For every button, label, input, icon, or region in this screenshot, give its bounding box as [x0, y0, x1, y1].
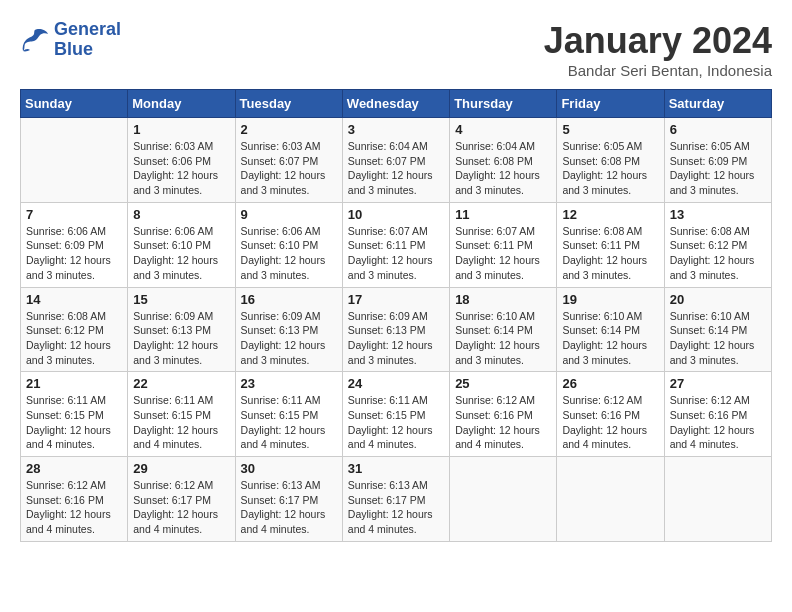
calendar-cell: 16Sunrise: 6:09 AMSunset: 6:13 PMDayligh…	[235, 287, 342, 372]
calendar-cell: 28Sunrise: 6:12 AMSunset: 6:16 PMDayligh…	[21, 457, 128, 542]
logo-text: General Blue	[54, 20, 121, 60]
day-number: 12	[562, 207, 658, 222]
day-info: Sunrise: 6:03 AMSunset: 6:06 PMDaylight:…	[133, 139, 229, 198]
day-info: Sunrise: 6:03 AMSunset: 6:07 PMDaylight:…	[241, 139, 337, 198]
location-subtitle: Bandar Seri Bentan, Indonesia	[544, 62, 772, 79]
calendar-cell: 5Sunrise: 6:05 AMSunset: 6:08 PMDaylight…	[557, 118, 664, 203]
day-number: 9	[241, 207, 337, 222]
calendar-cell: 20Sunrise: 6:10 AMSunset: 6:14 PMDayligh…	[664, 287, 771, 372]
calendar-header-row: SundayMondayTuesdayWednesdayThursdayFrid…	[21, 90, 772, 118]
day-number: 28	[26, 461, 122, 476]
day-number: 27	[670, 376, 766, 391]
calendar-header-saturday: Saturday	[664, 90, 771, 118]
calendar-cell: 29Sunrise: 6:12 AMSunset: 6:17 PMDayligh…	[128, 457, 235, 542]
day-number: 23	[241, 376, 337, 391]
day-number: 21	[26, 376, 122, 391]
logo: General Blue	[20, 20, 121, 60]
calendar-cell	[664, 457, 771, 542]
calendar-header-friday: Friday	[557, 90, 664, 118]
day-info: Sunrise: 6:10 AMSunset: 6:14 PMDaylight:…	[562, 309, 658, 368]
day-number: 17	[348, 292, 444, 307]
calendar-header-monday: Monday	[128, 90, 235, 118]
calendar-cell: 4Sunrise: 6:04 AMSunset: 6:08 PMDaylight…	[450, 118, 557, 203]
calendar-cell: 17Sunrise: 6:09 AMSunset: 6:13 PMDayligh…	[342, 287, 449, 372]
calendar-cell: 13Sunrise: 6:08 AMSunset: 6:12 PMDayligh…	[664, 202, 771, 287]
calendar-cell	[21, 118, 128, 203]
day-number: 19	[562, 292, 658, 307]
day-number: 13	[670, 207, 766, 222]
day-info: Sunrise: 6:12 AMSunset: 6:17 PMDaylight:…	[133, 478, 229, 537]
calendar-week-row: 21Sunrise: 6:11 AMSunset: 6:15 PMDayligh…	[21, 372, 772, 457]
calendar-cell: 23Sunrise: 6:11 AMSunset: 6:15 PMDayligh…	[235, 372, 342, 457]
calendar-cell: 24Sunrise: 6:11 AMSunset: 6:15 PMDayligh…	[342, 372, 449, 457]
day-info: Sunrise: 6:07 AMSunset: 6:11 PMDaylight:…	[348, 224, 444, 283]
day-number: 11	[455, 207, 551, 222]
page-header: General Blue January 2024 Bandar Seri Be…	[20, 20, 772, 79]
calendar-cell: 11Sunrise: 6:07 AMSunset: 6:11 PMDayligh…	[450, 202, 557, 287]
calendar-header-wednesday: Wednesday	[342, 90, 449, 118]
calendar-cell: 8Sunrise: 6:06 AMSunset: 6:10 PMDaylight…	[128, 202, 235, 287]
day-info: Sunrise: 6:08 AMSunset: 6:12 PMDaylight:…	[26, 309, 122, 368]
day-info: Sunrise: 6:11 AMSunset: 6:15 PMDaylight:…	[133, 393, 229, 452]
day-info: Sunrise: 6:06 AMSunset: 6:10 PMDaylight:…	[133, 224, 229, 283]
day-number: 30	[241, 461, 337, 476]
calendar-cell: 26Sunrise: 6:12 AMSunset: 6:16 PMDayligh…	[557, 372, 664, 457]
day-number: 15	[133, 292, 229, 307]
calendar-cell: 7Sunrise: 6:06 AMSunset: 6:09 PMDaylight…	[21, 202, 128, 287]
day-info: Sunrise: 6:12 AMSunset: 6:16 PMDaylight:…	[26, 478, 122, 537]
day-number: 20	[670, 292, 766, 307]
day-number: 26	[562, 376, 658, 391]
day-number: 8	[133, 207, 229, 222]
calendar-week-row: 7Sunrise: 6:06 AMSunset: 6:09 PMDaylight…	[21, 202, 772, 287]
calendar-header-sunday: Sunday	[21, 90, 128, 118]
calendar-cell: 27Sunrise: 6:12 AMSunset: 6:16 PMDayligh…	[664, 372, 771, 457]
day-number: 25	[455, 376, 551, 391]
day-number: 4	[455, 122, 551, 137]
day-number: 29	[133, 461, 229, 476]
day-info: Sunrise: 6:08 AMSunset: 6:11 PMDaylight:…	[562, 224, 658, 283]
calendar-cell: 3Sunrise: 6:04 AMSunset: 6:07 PMDaylight…	[342, 118, 449, 203]
logo-icon	[20, 26, 50, 54]
calendar-cell: 25Sunrise: 6:12 AMSunset: 6:16 PMDayligh…	[450, 372, 557, 457]
day-info: Sunrise: 6:11 AMSunset: 6:15 PMDaylight:…	[241, 393, 337, 452]
day-number: 10	[348, 207, 444, 222]
day-number: 1	[133, 122, 229, 137]
calendar-header-thursday: Thursday	[450, 90, 557, 118]
calendar-cell: 1Sunrise: 6:03 AMSunset: 6:06 PMDaylight…	[128, 118, 235, 203]
day-number: 24	[348, 376, 444, 391]
calendar-cell: 2Sunrise: 6:03 AMSunset: 6:07 PMDaylight…	[235, 118, 342, 203]
day-info: Sunrise: 6:13 AMSunset: 6:17 PMDaylight:…	[348, 478, 444, 537]
calendar-cell: 15Sunrise: 6:09 AMSunset: 6:13 PMDayligh…	[128, 287, 235, 372]
day-info: Sunrise: 6:06 AMSunset: 6:09 PMDaylight:…	[26, 224, 122, 283]
day-number: 7	[26, 207, 122, 222]
day-info: Sunrise: 6:11 AMSunset: 6:15 PMDaylight:…	[348, 393, 444, 452]
day-number: 6	[670, 122, 766, 137]
day-info: Sunrise: 6:08 AMSunset: 6:12 PMDaylight:…	[670, 224, 766, 283]
day-info: Sunrise: 6:09 AMSunset: 6:13 PMDaylight:…	[241, 309, 337, 368]
day-info: Sunrise: 6:04 AMSunset: 6:07 PMDaylight:…	[348, 139, 444, 198]
day-info: Sunrise: 6:11 AMSunset: 6:15 PMDaylight:…	[26, 393, 122, 452]
calendar-cell: 30Sunrise: 6:13 AMSunset: 6:17 PMDayligh…	[235, 457, 342, 542]
day-number: 16	[241, 292, 337, 307]
calendar-week-row: 1Sunrise: 6:03 AMSunset: 6:06 PMDaylight…	[21, 118, 772, 203]
calendar-cell: 6Sunrise: 6:05 AMSunset: 6:09 PMDaylight…	[664, 118, 771, 203]
day-info: Sunrise: 6:06 AMSunset: 6:10 PMDaylight:…	[241, 224, 337, 283]
day-info: Sunrise: 6:10 AMSunset: 6:14 PMDaylight:…	[455, 309, 551, 368]
calendar-cell: 12Sunrise: 6:08 AMSunset: 6:11 PMDayligh…	[557, 202, 664, 287]
day-info: Sunrise: 6:04 AMSunset: 6:08 PMDaylight:…	[455, 139, 551, 198]
calendar-cell: 10Sunrise: 6:07 AMSunset: 6:11 PMDayligh…	[342, 202, 449, 287]
calendar-week-row: 28Sunrise: 6:12 AMSunset: 6:16 PMDayligh…	[21, 457, 772, 542]
day-info: Sunrise: 6:09 AMSunset: 6:13 PMDaylight:…	[133, 309, 229, 368]
day-info: Sunrise: 6:12 AMSunset: 6:16 PMDaylight:…	[670, 393, 766, 452]
day-info: Sunrise: 6:05 AMSunset: 6:08 PMDaylight:…	[562, 139, 658, 198]
day-number: 14	[26, 292, 122, 307]
calendar-week-row: 14Sunrise: 6:08 AMSunset: 6:12 PMDayligh…	[21, 287, 772, 372]
day-number: 22	[133, 376, 229, 391]
month-title: January 2024	[544, 20, 772, 62]
calendar-cell	[557, 457, 664, 542]
day-number: 2	[241, 122, 337, 137]
day-info: Sunrise: 6:10 AMSunset: 6:14 PMDaylight:…	[670, 309, 766, 368]
calendar-cell: 19Sunrise: 6:10 AMSunset: 6:14 PMDayligh…	[557, 287, 664, 372]
day-number: 3	[348, 122, 444, 137]
day-info: Sunrise: 6:12 AMSunset: 6:16 PMDaylight:…	[562, 393, 658, 452]
